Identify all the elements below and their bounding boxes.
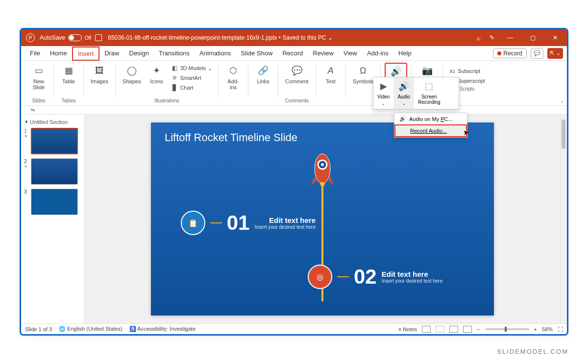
scroll-thumb[interactable]: [562, 120, 565, 149]
addins-button[interactable]: ⬡Add- ins: [222, 63, 244, 97]
new-slide-icon: ▭: [33, 65, 45, 76]
tab-insert[interactable]: Insert: [72, 47, 100, 61]
comments-group-label: Comments: [282, 97, 312, 105]
slide-sorter-button[interactable]: [436, 326, 444, 333]
maximize-button[interactable]: ▢: [526, 29, 539, 46]
close-button[interactable]: ✕: [548, 29, 562, 46]
speaker-icon: 🔊: [390, 66, 402, 77]
new-slide-button[interactable]: ▭ New Slide: [28, 63, 49, 97]
fit-to-window-button[interactable]: ⛶: [558, 326, 563, 332]
mic-icon[interactable]: ✎: [490, 34, 494, 41]
thumbnail-3[interactable]: 3: [23, 187, 82, 217]
icons-icon: ✦: [150, 65, 162, 76]
symbols-label: Symbols: [353, 78, 373, 84]
thumb-3-preview[interactable]: [31, 189, 78, 215]
media-dropdown: ▶Video⌄ 🔊Audio⌄ ⬚Screen Recording: [373, 77, 459, 110]
thumb-num-2: 2: [24, 158, 29, 164]
statusbar: Slide 1 of 3 🌐 English (United States) ♿…: [21, 323, 567, 334]
tab-record[interactable]: Record: [277, 46, 308, 60]
rocket-icon: [309, 153, 336, 199]
ribbon-collapse-button[interactable]: ⌄: [560, 98, 564, 103]
tab-slideshow[interactable]: Slide Show: [236, 46, 277, 60]
notes-button[interactable]: ≡ Notes: [398, 326, 417, 332]
tab-file[interactable]: File: [25, 46, 45, 60]
thumb-num-3: 3: [24, 189, 29, 194]
zoom-slider[interactable]: [485, 328, 529, 330]
text-button[interactable]: AText: [320, 63, 342, 97]
speaker-icon: 🔊: [399, 116, 406, 122]
record-audio-option[interactable]: Record Audio...: [394, 124, 467, 137]
cube-icon: ◧: [171, 65, 178, 72]
images-button[interactable]: 🖼Images: [88, 63, 111, 97]
zoom-in-button[interactable]: +: [534, 326, 537, 332]
record-audio-label: Record Audio...: [410, 128, 447, 134]
tab-transitions[interactable]: Transitions: [154, 46, 195, 60]
thumbnail-1[interactable]: 1✦: [23, 126, 82, 156]
chart-button[interactable]: ▊Chart: [169, 83, 214, 92]
tab-view[interactable]: View: [339, 46, 362, 60]
zoom-out-button[interactable]: −: [477, 326, 480, 332]
reading-view-button[interactable]: [449, 326, 458, 333]
thumb-2-preview[interactable]: [31, 158, 78, 185]
thumb-1-preview[interactable]: [31, 128, 78, 154]
table-label: Table: [62, 78, 75, 84]
smartart-label: SmartArt: [180, 75, 201, 81]
dash-icon: [337, 276, 349, 277]
zoom-level[interactable]: 58%: [542, 326, 553, 332]
new-slide-label: New Slide: [33, 78, 45, 90]
accessibility-label: Accessibility: Investigate: [137, 326, 196, 332]
normal-view-button[interactable]: [422, 326, 431, 333]
audio-icon: 🔊: [398, 80, 410, 92]
3dmodels-button[interactable]: ◧3D Models ⌄: [169, 64, 214, 73]
audio-on-pc-option[interactable]: 🔊Audio on My PC...: [394, 113, 467, 124]
accessibility-status[interactable]: ♿ Accessibility: Investigate: [129, 326, 196, 332]
ribbon-toggle-row[interactable]: ⇋: [21, 106, 567, 115]
table-button[interactable]: ▦Table: [58, 63, 79, 97]
text-label: Text: [326, 78, 336, 84]
tab-home[interactable]: Home: [45, 46, 72, 60]
shapes-button[interactable]: ◯Shapes: [120, 63, 144, 97]
share-button[interactable]: ⇱ ⌄: [547, 48, 563, 59]
addins-label: Add- ins: [227, 78, 239, 90]
shapes-label: Shapes: [122, 78, 141, 84]
group-slides: ▭ New Slide Slides: [25, 63, 52, 105]
thumbnail-2[interactable]: 2✦: [23, 156, 82, 187]
notes-label: Notes: [403, 326, 417, 332]
tab-help[interactable]: Help: [393, 46, 416, 60]
tab-addins[interactable]: Add-ins: [362, 46, 393, 60]
comments-pane-button[interactable]: 💬: [531, 48, 543, 59]
comment-button[interactable]: 💬Comment: [282, 63, 312, 97]
group-text: AText: [317, 63, 344, 105]
tab-animations[interactable]: Animations: [195, 46, 236, 60]
slideshow-view-button[interactable]: [463, 326, 472, 333]
tab-design[interactable]: Design: [124, 46, 154, 60]
toggle-off-icon[interactable]: [68, 34, 82, 41]
dash-icon: [210, 222, 222, 223]
icons-button[interactable]: ✦Icons: [146, 63, 167, 97]
tab-review[interactable]: Review: [308, 46, 339, 60]
language-status[interactable]: 🌐 English (United States): [59, 326, 122, 332]
smartart-button[interactable]: ⚞SmartArt: [169, 73, 214, 82]
links-button[interactable]: 🔗Links: [252, 63, 274, 97]
vertical-scrollbar[interactable]: [560, 115, 567, 323]
save-icon[interactable]: [95, 34, 102, 41]
record-button[interactable]: Record: [493, 49, 527, 58]
group-addins: ⬡Add- ins: [220, 63, 247, 105]
subscript-button[interactable]: x₂Subscript: [447, 67, 487, 75]
audio-option[interactable]: 🔊Audio⌄: [393, 77, 414, 109]
item1-number: 01: [227, 211, 250, 235]
search-icon[interactable]: ⌕: [477, 34, 481, 42]
minimize-button[interactable]: —: [503, 29, 517, 46]
screen-recording-option[interactable]: ⬚Screen Recording: [414, 77, 444, 109]
symbols-button[interactable]: ΩSymbols: [350, 63, 376, 97]
ribbon-insert: ▭ New Slide Slides ▦Table Tables 🖼Images…: [21, 61, 567, 106]
autosave-toggle[interactable]: AutoSave Off: [40, 34, 91, 41]
section-header[interactable]: ▾Untitled Section: [23, 118, 82, 126]
shapes-icon: ◯: [126, 65, 138, 76]
thumb-num-1: 1: [24, 128, 29, 134]
video-option[interactable]: ▶Video⌄: [373, 77, 393, 109]
tab-draw[interactable]: Draw: [99, 46, 124, 60]
slide-counter[interactable]: Slide 1 of 3: [25, 326, 52, 332]
section-name: Untitled Section: [30, 119, 68, 125]
slide-content[interactable]: Liftoff Rocket Timeline Slide: [151, 122, 494, 315]
